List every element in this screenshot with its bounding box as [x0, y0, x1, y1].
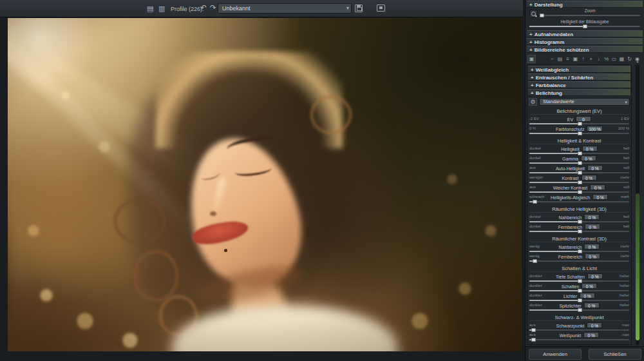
slider-track[interactable]: [529, 280, 629, 282]
expander-icon: +: [531, 75, 534, 81]
scrollbar-up-icon[interactable]: ▴: [636, 59, 639, 64]
slider-value-input[interactable]: 0 %: [592, 194, 608, 200]
slider-group: Räumlicher Kontrast (3D)wenigNahbereich0…: [527, 236, 631, 263]
chevron-down-icon: ▾: [625, 99, 627, 106]
zoom-slider-handle[interactable]: [540, 14, 544, 17]
zoom-slider-track[interactable]: [540, 15, 640, 16]
expander-icon: +: [529, 32, 533, 37]
frame-icon[interactable]: ▭: [611, 55, 617, 63]
slider-value-input[interactable]: 0 %: [584, 214, 600, 220]
slider-value-input[interactable]: 0 %: [582, 175, 597, 180]
gear-icon[interactable]: ⚙: [529, 98, 537, 106]
slider-handle[interactable]: [533, 259, 537, 263]
slider-value-input[interactable]: 0 %: [582, 283, 597, 289]
section-header-adjust-2[interactable]: +Farbbalance: [528, 81, 630, 88]
slider-track[interactable]: [529, 329, 629, 331]
slider-label: Lichter: [564, 294, 577, 298]
section-header-adjust-3[interactable]: +Belichtung: [528, 89, 630, 96]
slider-handle[interactable]: [531, 338, 536, 342]
section-header-top-1[interactable]: +Histogramm: [527, 38, 643, 45]
slider-value-input[interactable]: 0 %: [583, 332, 599, 338]
slider-track[interactable]: [529, 221, 629, 222]
arrow-up-icon[interactable]: ↑: [580, 55, 586, 63]
slider-value-input[interactable]: 0 %: [581, 155, 596, 161]
list-icon[interactable]: ≡: [565, 55, 571, 63]
arrow-down-icon[interactable]: ↓: [596, 55, 601, 63]
save-profile-icon[interactable]: [355, 5, 363, 12]
section-header-adjust-1[interactable]: +Entrauschen / Schärfen: [528, 73, 630, 81]
slider-track[interactable]: [529, 172, 629, 173]
slider-track[interactable]: [529, 260, 629, 262]
grid-icon[interactable]: ▦: [619, 55, 625, 63]
flag-icon[interactable]: ▣: [573, 55, 578, 63]
slider-max-label: voll: [623, 185, 629, 189]
slider-track[interactable]: [529, 231, 629, 232]
paste-profile-icon[interactable]: ▥: [158, 5, 165, 12]
undo-icon[interactable]: ↶: [200, 5, 207, 12]
collapse-all-icon[interactable]: −: [549, 55, 555, 63]
adjustments-scroll-area: +Weißabgleich+Entrauschen / Schärfen+Far…: [527, 64, 632, 345]
slider-track[interactable]: [529, 300, 629, 301]
apply-button[interactable]: Anwenden: [529, 349, 582, 360]
reset-icon[interactable]: ↻: [627, 55, 632, 63]
section-header-top-2[interactable]: +Bildbereiche schützen: [527, 46, 643, 53]
exposure-preset-dropdown[interactable]: Standardwerte ▾: [539, 98, 630, 106]
slider-track[interactable]: [529, 290, 629, 291]
slider-value-input[interactable]: 100 %: [587, 126, 602, 132]
slider-value-input[interactable]: 0 %: [582, 146, 598, 151]
slider-handle[interactable]: [578, 229, 582, 233]
slider-value-input[interactable]: 0 %: [584, 244, 600, 249]
output-brightness-handle[interactable]: [583, 24, 587, 28]
slider-value-input[interactable]: 0: [576, 116, 591, 122]
slider-handle[interactable]: [533, 200, 537, 204]
slider-row: ausSchwarzpunkt0 %max: [529, 322, 629, 332]
redo-icon[interactable]: ↷: [210, 5, 216, 12]
slider-label: Helligkeits-Abgleich: [551, 195, 590, 200]
slider-track[interactable]: [529, 201, 629, 202]
fullscreen-icon[interactable]: [377, 5, 385, 12]
profile-preset-dropdown[interactable]: Unbekannt ▾: [218, 3, 352, 14]
slider-track[interactable]: [529, 251, 629, 252]
image-preview[interactable]: [8, 18, 522, 351]
expander-icon: +: [531, 83, 534, 88]
percent-icon[interactable]: %: [603, 55, 609, 63]
magnifier-icon[interactable]: [529, 10, 538, 18]
panel-menu-icon[interactable]: ▣: [527, 55, 536, 63]
add-icon[interactable]: +: [588, 55, 594, 63]
slider-value-input[interactable]: 0 %: [585, 224, 600, 229]
slider-track[interactable]: [529, 162, 629, 164]
slider-value-input[interactable]: 0 %: [587, 273, 603, 279]
group-title: Räumlicher Kontrast (3D): [529, 236, 629, 242]
section-header-top-0[interactable]: +Aufnahmedaten: [527, 30, 643, 37]
slider-row: dunklerTiefe Schatten0 %heller: [529, 273, 629, 283]
slider-max-label: 2 EV: [621, 117, 629, 121]
close-button[interactable]: Schließen: [589, 349, 641, 360]
slider-track[interactable]: [529, 123, 629, 124]
slider-track[interactable]: [529, 133, 629, 134]
slider-label: EV: [567, 117, 573, 122]
slider-value-input[interactable]: 0 %: [587, 165, 603, 171]
photo-editor-window: ▤ ▥ Profile (226): ↶ ↷ Unbekannt ▾: [0, 0, 644, 361]
output-brightness-label: Helligkeit der Bildausgabe: [529, 19, 640, 24]
slider-value-input[interactable]: 0 %: [580, 293, 595, 298]
top-toolbar: ▤ ▥ Profile (226): ↶ ↷ Unbekannt ▾: [0, 0, 523, 17]
slider-value-input[interactable]: 0 %: [587, 322, 602, 328]
sliders-icon[interactable]: ▤: [557, 55, 563, 63]
slider-track[interactable]: [529, 339, 629, 340]
slider-value-input[interactable]: 0 %: [584, 302, 600, 308]
slider-track[interactable]: [529, 191, 629, 193]
output-brightness-track[interactable]: [529, 26, 640, 27]
slider-track[interactable]: [529, 182, 629, 183]
slider-row: wenigerKontrast0 %mehr: [529, 175, 629, 184]
slider-value-input[interactable]: 0 %: [590, 184, 605, 190]
slider-handle[interactable]: [578, 132, 582, 135]
section-header-darstellung[interactable]: +Darstellung: [527, 1, 643, 8]
section-header-adjust-0[interactable]: +Weißabgleich: [528, 66, 630, 73]
slider-handle[interactable]: [578, 308, 582, 312]
slider-track[interactable]: [529, 309, 629, 311]
expander-icon: +: [531, 90, 534, 96]
slider-track[interactable]: [529, 153, 629, 154]
copy-profile-icon[interactable]: ▤: [147, 5, 153, 12]
slider-value-input[interactable]: 0 %: [585, 253, 600, 259]
scrollbar-thumb[interactable]: [636, 193, 639, 340]
